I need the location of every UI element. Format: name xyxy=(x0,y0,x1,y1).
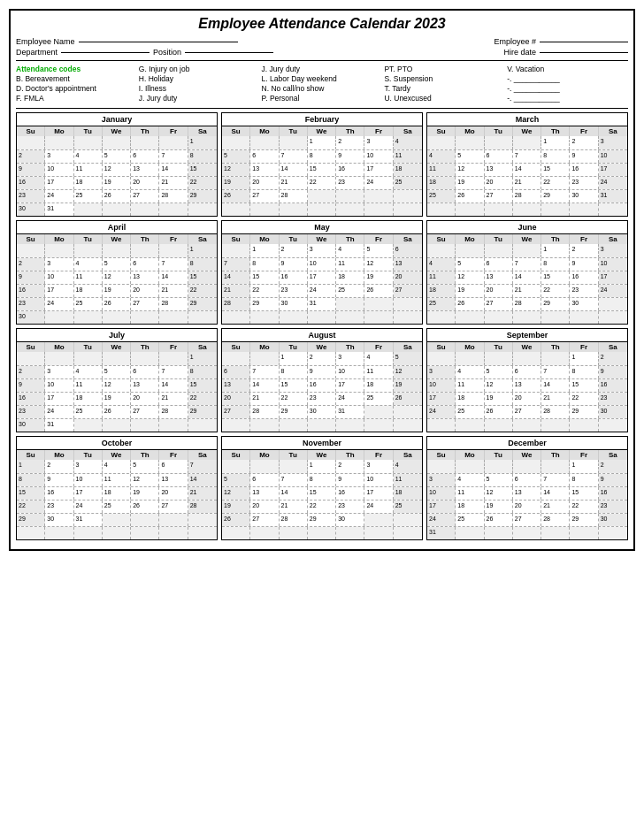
cal-cell: 15 xyxy=(188,164,217,176)
position-label: Position xyxy=(153,48,181,57)
cal-cell: 11 xyxy=(74,164,103,176)
calendars-row-3: July Su Mo Tu We Th Fr Sa 1 xyxy=(16,328,628,432)
week-row: 1 2 3 xyxy=(427,136,627,149)
month-title-april: April xyxy=(17,221,217,234)
month-title-march: March xyxy=(427,113,627,126)
attendance-codes-label: Attendance codes xyxy=(16,65,137,73)
cal-cell: 28 xyxy=(159,190,188,203)
code-d: D. Doctor's appointment xyxy=(16,84,137,93)
code-pt: PT. PTO xyxy=(384,65,505,73)
hire-date-section: Hire date xyxy=(503,48,628,57)
cal-cell xyxy=(159,203,188,216)
month-title-june: June xyxy=(427,221,627,234)
month-title-january: January xyxy=(17,113,217,126)
info-row-1: Employee Name Employee # xyxy=(16,37,628,46)
calendar-january: January Su Mo Tu We Th Fr Sa 1 xyxy=(16,112,218,217)
code-g: G. Injury on job xyxy=(139,65,260,73)
week-row: 26 27 28 xyxy=(222,189,422,203)
code-b: B. Bereavement xyxy=(16,74,137,83)
month-title-july: July xyxy=(17,329,217,342)
cal-header-march: Su Mo Tu We Th Fr Sa xyxy=(427,126,627,136)
calendar-august: August Su Mo Tu We Th Fr Sa 1 2 3 4 5 xyxy=(221,328,423,432)
cal-cell xyxy=(103,203,131,216)
employee-num-section: Employee # xyxy=(494,37,628,46)
code-custom-3: -. ___________ xyxy=(507,94,628,103)
code-v: V. Vacation xyxy=(507,65,628,73)
cal-cell: 3 xyxy=(45,150,73,163)
day-mo: Mo xyxy=(45,126,73,136)
codes-col-1: Attendance codes B. Bereavement D. Docto… xyxy=(16,65,137,103)
code-j1: J. Jury duty xyxy=(139,94,260,103)
cal-cell xyxy=(74,136,103,149)
employee-num-line xyxy=(540,42,628,42)
month-title-october: October xyxy=(17,437,217,450)
main-container: Employee Attendance Calendar 2023 Employ… xyxy=(9,9,635,551)
employee-name-label: Employee Name xyxy=(16,37,75,46)
info-row-2: Department Position Hire date xyxy=(16,48,628,57)
cal-cell: 13 xyxy=(131,164,159,176)
cal-cell: 8 xyxy=(188,150,217,163)
day-sa: Sa xyxy=(188,126,217,136)
code-n: N. No call/no show xyxy=(262,84,383,93)
divider-2 xyxy=(16,108,628,109)
week-row: 30 31 xyxy=(17,203,217,216)
cal-cell xyxy=(74,203,103,216)
week-row: 5 6 7 8 9 10 11 xyxy=(222,149,422,163)
day-we: We xyxy=(103,126,131,136)
week-row: 11 12 13 14 15 16 17 xyxy=(427,163,627,176)
month-title-august: August xyxy=(222,329,422,342)
cal-cell: 29 xyxy=(188,190,217,203)
week-row: 19 20 21 22 23 24 25 xyxy=(222,176,422,189)
code-s: S. Suspension xyxy=(384,74,505,83)
code-i: I. Illness xyxy=(139,84,260,93)
code-l: L. Labor Day weekend xyxy=(262,74,383,83)
code-h: H. Holiday xyxy=(139,74,260,83)
cal-cell: 2 xyxy=(17,150,45,163)
cal-cell: 10 xyxy=(45,164,73,176)
cal-cell: 1 xyxy=(188,136,217,149)
cal-cell xyxy=(188,203,217,216)
department-line xyxy=(61,52,150,53)
week-row: 1 2 3 4 xyxy=(222,136,422,149)
codes-col-5: V. Vacation -. ___________ -. __________… xyxy=(507,65,628,103)
week-row: 4 5 6 7 8 9 10 xyxy=(427,149,627,163)
cal-cell: 14 xyxy=(159,164,188,176)
month-title-may: May xyxy=(222,221,422,234)
cal-body-march: 1 2 3 4 5 6 7 8 9 10 11 12 13 14 xyxy=(427,136,627,216)
cal-cell xyxy=(103,136,131,149)
week-row xyxy=(427,203,627,216)
code-t: T. Tardy xyxy=(384,84,505,93)
month-title-november: November xyxy=(222,437,422,450)
cal-cell: 20 xyxy=(131,177,159,189)
cal-header-january: Su Mo Tu We Th Fr Sa xyxy=(17,126,217,136)
day-fr: Fr xyxy=(159,126,188,136)
month-title-december: December xyxy=(427,437,627,450)
calendar-february: February Su Mo Tu We Th Fr Sa 1 2 3 4 xyxy=(221,112,423,217)
calendar-september: September Su Mo Tu We Th Fr Sa 1 2 xyxy=(426,328,628,432)
divider-1 xyxy=(16,60,628,61)
code-u: U. Unexcused xyxy=(384,94,505,103)
calendar-may: May Su Mo Tu We Th Fr Sa 1 2 3 4 5 6 xyxy=(221,220,423,325)
cal-cell: 4 xyxy=(74,150,103,163)
calendar-october: October Su Mo Tu We Th Fr Sa 1 2 3 4 5 6… xyxy=(16,436,218,540)
calendar-june: June Su Mo Tu We Th Fr Sa 1 2 3 xyxy=(426,220,628,325)
codes-col-4: PT. PTO S. Suspension T. Tardy U. Unexcu… xyxy=(384,65,505,103)
calendars-row-4: October Su Mo Tu We Th Fr Sa 1 2 3 4 5 6… xyxy=(16,436,628,540)
cal-cell: 18 xyxy=(74,177,103,189)
cal-cell: 19 xyxy=(103,177,131,189)
calendars-row-1: January Su Mo Tu We Th Fr Sa 1 xyxy=(16,112,628,217)
codes-col-2: G. Injury on job H. Holiday I. Illness J… xyxy=(139,65,260,103)
codes-section: Attendance codes B. Bereavement D. Docto… xyxy=(16,65,628,103)
week-row: 2 3 4 5 6 7 8 xyxy=(17,149,217,163)
employee-name-line xyxy=(79,42,238,42)
week-row: 1 xyxy=(17,136,217,149)
day-th: Th xyxy=(131,126,159,136)
day-tu: Tu xyxy=(74,126,103,136)
cal-cell: 22 xyxy=(188,177,217,189)
cal-cell: 6 xyxy=(131,150,159,163)
week-row: 18 19 20 21 22 23 24 xyxy=(427,176,627,189)
cal-cell xyxy=(159,136,188,149)
cal-cell xyxy=(131,203,159,216)
cal-cell: 24 xyxy=(45,190,73,203)
employee-num-label: Employee # xyxy=(494,37,536,46)
